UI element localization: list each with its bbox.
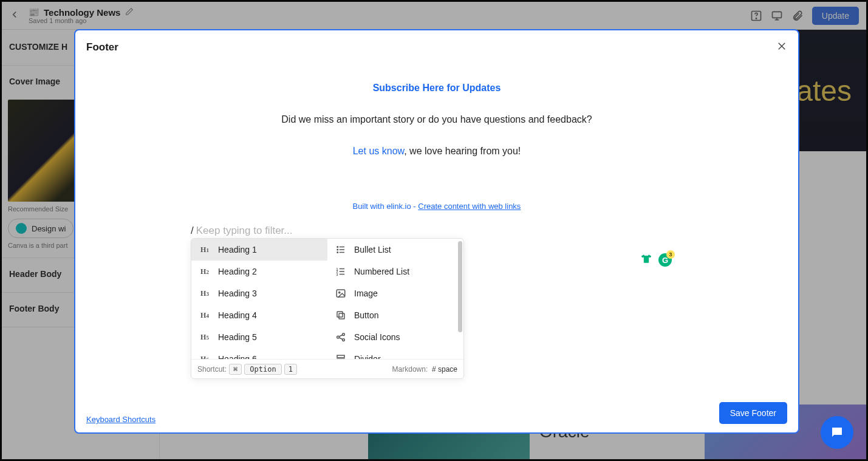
menu-scrollbar[interactable]: [458, 241, 462, 332]
menu-item-social-icons[interactable]: Social Icons: [327, 326, 463, 348]
heading-icon: H3: [199, 287, 211, 299]
chat-fab-button[interactable]: [821, 416, 853, 449]
menu-footer: Shortcut: ⌘ Option 1 Markdown: # space: [191, 359, 463, 378]
tshirt-icon[interactable]: [640, 253, 652, 267]
svg-line-27: [339, 338, 343, 340]
menu-item-heading-3[interactable]: H3Heading 3: [191, 282, 327, 304]
svg-point-7: [337, 247, 338, 248]
heading-icon: H1: [199, 244, 211, 256]
footer-editor-modal: Footer Subscribe Here for Updates Did we…: [74, 29, 799, 434]
menu-item-heading-1[interactable]: H1Heading 1: [191, 239, 327, 261]
menu-item-heading-6[interactable]: H6Heading 6: [191, 348, 327, 359]
save-footer-button[interactable]: Save Footer: [719, 402, 787, 424]
svg-rect-19: [337, 290, 345, 297]
menu-item-numbered-list[interactable]: 123Numbered List: [327, 261, 463, 282]
svg-rect-28: [337, 355, 344, 358]
subscribe-link[interactable]: Subscribe Here for Updates: [373, 83, 501, 93]
kbd-option: Option: [244, 364, 281, 375]
footer-editor-content[interactable]: Subscribe Here for Updates Did we miss a…: [86, 58, 787, 397]
svg-point-20: [339, 292, 340, 293]
bullet-icon: [335, 244, 347, 256]
svg-rect-21: [337, 312, 343, 317]
numbered-icon: 123: [335, 265, 347, 278]
block-insert-menu: H1Heading 1H2Heading 2H3Heading 3H4Headi…: [191, 238, 464, 379]
slash-placeholder: Keep typing to filter...: [196, 225, 293, 237]
heading-icon: H5: [199, 331, 211, 343]
close-icon[interactable]: [776, 41, 787, 54]
svg-text:3: 3: [337, 273, 338, 276]
menu-item-heading-5[interactable]: H5Heading 5: [191, 326, 327, 348]
button-icon: [335, 309, 347, 321]
svg-line-26: [339, 335, 343, 336]
hearing-from-you-text: , we love hearing from you!: [404, 146, 521, 156]
slash-command-input[interactable]: / Keep typing to filter...: [191, 225, 293, 237]
svg-point-11: [337, 252, 338, 253]
menu-item-image[interactable]: Image: [327, 282, 463, 304]
miss-story-text: Did we miss an important story or do you…: [86, 114, 787, 125]
shortcut-label: Shortcut:: [197, 365, 227, 374]
kbd-cmd: ⌘: [229, 364, 242, 375]
modal-title: Footer: [86, 41, 118, 53]
image-icon: [335, 287, 347, 299]
svg-point-9: [337, 249, 338, 250]
divider-icon: [335, 353, 347, 359]
grammarly-icon[interactable]: G 3: [658, 253, 672, 267]
menu-item-button[interactable]: Button: [327, 304, 463, 326]
heading-icon: H4: [199, 309, 211, 321]
svg-rect-22: [339, 313, 344, 319]
keyboard-shortcuts-link[interactable]: Keyboard Shortcuts: [86, 415, 155, 424]
heading-icon: H6: [199, 353, 211, 359]
built-with-text: Built with elink.io: [353, 202, 411, 211]
menu-item-divider[interactable]: Divider: [327, 348, 463, 359]
slash-char: /: [191, 225, 194, 237]
kbd-one: 1: [284, 364, 297, 375]
let-us-know-link[interactable]: Let us know: [353, 146, 405, 156]
menu-item-heading-4[interactable]: H4Heading 4: [191, 304, 327, 326]
grammarly-badge: 3: [666, 250, 675, 259]
menu-item-bullet-list[interactable]: Bullet List: [327, 239, 463, 261]
social-icon: [335, 331, 347, 343]
menu-item-heading-2[interactable]: H2Heading 2: [191, 261, 327, 282]
markdown-label: Markdown:: [392, 365, 428, 374]
heading-icon: H2: [199, 265, 211, 278]
markdown-value: # space: [432, 365, 457, 374]
create-content-link[interactable]: Create content with web links: [418, 202, 521, 211]
